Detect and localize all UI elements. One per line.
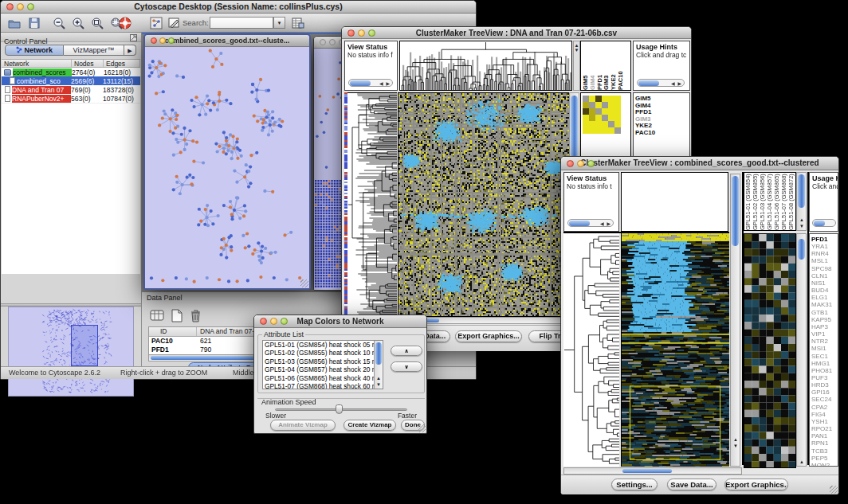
matrix-cell[interactable] — [602, 127, 608, 134]
attribute-item[interactable]: GPL51-07 (GSM868) heat shock 60 min — [265, 382, 383, 389]
scroll-up-arrow[interactable]: ▲ — [376, 376, 381, 381]
gene-label[interactable]: BUD4 — [810, 287, 838, 294]
matrix-cell[interactable] — [583, 121, 589, 127]
zoom-button[interactable] — [368, 29, 375, 37]
speed-slider-thumb[interactable] — [336, 404, 343, 414]
scroll-down-arrow[interactable]: ▼ — [376, 382, 381, 387]
column-dendrogram-panel[interactable] — [399, 41, 572, 91]
network-list-empty-area[interactable] — [2, 103, 140, 274]
gene-label[interactable]: HMG1 — [810, 360, 838, 367]
gene-label[interactable]: HRD3 — [810, 381, 838, 389]
network-canvas[interactable] — [145, 47, 309, 288]
matrix-cell[interactable] — [602, 108, 608, 115]
matrix-cell[interactable] — [595, 108, 602, 115]
scroll-down-arrow[interactable]: ▼ — [799, 224, 804, 229]
scroll-thumb[interactable] — [638, 80, 659, 86]
scroll-arrows[interactable]: ◀ ▶ — [379, 80, 391, 87]
attribute-list[interactable]: GPL51-01 (GSM854) heat shock 05 minGPL51… — [262, 340, 383, 389]
create-vizmap-button[interactable]: Create Vizmap — [344, 420, 396, 431]
zoom-button[interactable] — [168, 37, 175, 44]
zoom-selected-icon[interactable] — [90, 16, 104, 30]
attribute-item[interactable]: GPL51-02 (GSM855) heat shock 10 min — [265, 349, 383, 357]
scroll-thumb[interactable] — [814, 221, 825, 226]
resize-grip[interactable] — [300, 279, 308, 287]
gene-label[interactable]: MON2 — [810, 462, 838, 467]
id-column-header[interactable]: ID — [149, 327, 197, 336]
search-dropdown-button[interactable]: ▼ — [273, 17, 285, 29]
network-row[interactable]: combined_sco 2569(6) 13112(15) — [2, 76, 140, 85]
minimize-button[interactable] — [17, 3, 24, 10]
matrix-cell[interactable] — [614, 121, 621, 127]
matrix-cell[interactable] — [614, 108, 621, 115]
scroll-thumb[interactable] — [798, 239, 805, 260]
zoom-button[interactable] — [281, 318, 288, 325]
export-graphics-button[interactable]: Export Graphics... — [724, 479, 788, 490]
matrix-cell[interactable] — [595, 102, 602, 108]
settings-button[interactable]: Settings... — [611, 479, 658, 490]
scroll-up-arrow[interactable]: ▲ — [799, 459, 804, 464]
vizmapper-tab[interactable]: VizMapper™ — [64, 45, 124, 56]
close-button[interactable] — [151, 37, 157, 44]
view-status-scrollbar[interactable]: ◀ ▶ — [567, 219, 614, 227]
network-row[interactable]: DNA and Tran 07 769(0) 183728(0) — [2, 85, 140, 94]
network-row[interactable]: RNAPuberNov2+ 563(0) 107847(0) — [2, 94, 140, 103]
similarity-matrix[interactable] — [583, 96, 621, 134]
matrix-cell[interactable] — [583, 127, 589, 134]
matrix-cell[interactable] — [595, 115, 602, 121]
close-button[interactable] — [567, 160, 574, 167]
matrix-cell[interactable] — [614, 115, 621, 121]
overview-viewport-rect[interactable] — [71, 325, 98, 366]
matrix-cell[interactable] — [583, 115, 589, 121]
matrix-cell[interactable] — [602, 102, 608, 108]
move-up-button[interactable]: ∧ — [391, 346, 422, 356]
gene-label[interactable]: SPC98 — [810, 265, 838, 272]
network-overview-panel[interactable] — [8, 307, 134, 397]
attribute-item[interactable]: GPL51-06 (GSM865) heat shock 40 min — [265, 374, 383, 382]
heatmap-canvas[interactable] — [621, 233, 729, 467]
annotation-icon[interactable] — [167, 16, 181, 30]
gene-label[interactable]: YRA1 — [810, 243, 838, 250]
usage-hints-scrollbar[interactable] — [812, 219, 836, 227]
matrix-cell[interactable] — [608, 108, 614, 115]
save-data-button[interactable]: Save Data... — [667, 479, 716, 490]
gene-label[interactable]: MSL1 — [810, 257, 838, 264]
matrix-cell[interactable] — [589, 121, 595, 127]
matrix-cell[interactable] — [589, 96, 595, 102]
gene-label[interactable]: GTB1 — [810, 309, 838, 316]
delete-attribute-icon[interactable] — [188, 308, 203, 323]
float-panel-icon[interactable] — [130, 34, 137, 41]
scroll-thumb[interactable] — [798, 174, 805, 208]
gene-label[interactable]: VIP1 — [810, 330, 838, 338]
resize-grip[interactable] — [418, 424, 426, 432]
list-vscrollbar[interactable]: ▲ ▼ — [374, 341, 383, 389]
gene-label[interactable]: PAC10 — [634, 130, 689, 137]
animate-vizmap-button[interactable]: Animate Vizmap — [270, 420, 336, 431]
gene-label[interactable]: YSH1 — [810, 418, 838, 425]
network-overview-icon[interactable] — [149, 16, 163, 30]
minimize-button[interactable] — [577, 160, 584, 167]
scroll-arrows[interactable]: ◀ ▶ — [600, 221, 611, 227]
matrix-cell[interactable] — [602, 96, 608, 102]
matrix-cell[interactable] — [602, 121, 608, 127]
zoom-out-icon[interactable] — [52, 16, 66, 30]
gene-label[interactable]: MAK31 — [810, 301, 838, 308]
minimize-button[interactable] — [270, 318, 277, 325]
gene-label[interactable]: PHO81 — [810, 367, 838, 374]
matrix-cell[interactable] — [583, 96, 589, 102]
search-input[interactable] — [210, 17, 273, 29]
gene-label[interactable]: PFD1 — [810, 236, 838, 243]
matrix-cell[interactable] — [608, 96, 614, 102]
save-icon[interactable] — [27, 16, 41, 30]
matrix-cell[interactable] — [583, 108, 589, 115]
column-labels-scrollbar[interactable]: ▲ ▼ — [796, 172, 807, 231]
zoom-heatmap-canvas[interactable] — [744, 233, 796, 468]
move-down-button[interactable]: ∨ — [391, 361, 422, 372]
gene-label[interactable]: CLN1 — [810, 272, 838, 279]
gene-label[interactable]: MSI1 — [810, 345, 838, 352]
help-lifering-icon[interactable] — [118, 16, 132, 30]
network-tab[interactable]: Network — [5, 45, 64, 56]
matrix-cell[interactable] — [595, 121, 602, 127]
network-table-header[interactable]: Network Nodes Edges — [2, 59, 140, 68]
scroll-thumb[interactable] — [569, 221, 590, 226]
matrix-cell[interactable] — [589, 102, 595, 108]
